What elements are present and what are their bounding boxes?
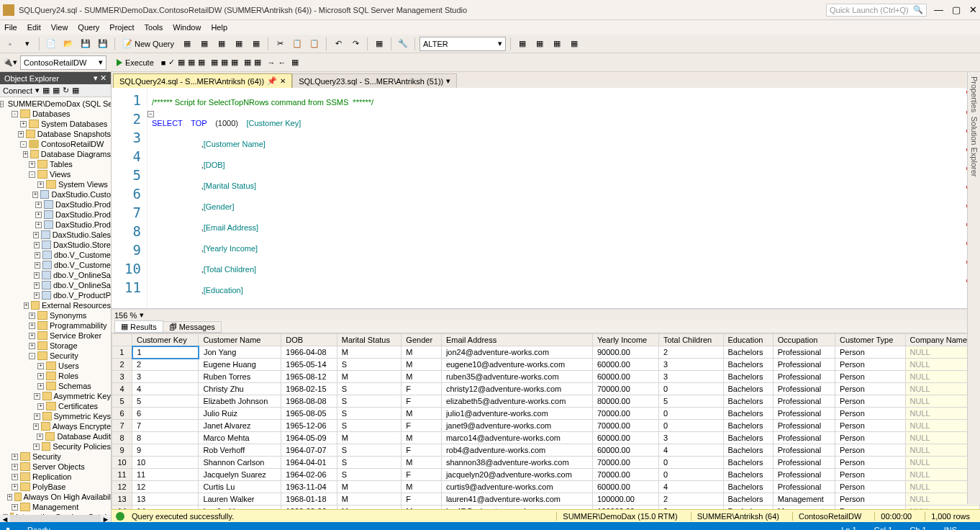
cell[interactable]: M: [401, 371, 442, 383]
cell[interactable]: Management: [773, 506, 835, 510]
expand-icon[interactable]: -: [12, 111, 18, 117]
cell[interactable]: 1968-02-15: [281, 383, 337, 395]
cell[interactable]: Person: [835, 383, 905, 395]
tree-node[interactable]: +Programmability: [0, 320, 111, 331]
cell[interactable]: Person: [835, 432, 905, 444]
cell[interactable]: M: [401, 346, 442, 359]
cell[interactable]: 100000.00: [592, 493, 658, 506]
row-header[interactable]: 14: [112, 506, 132, 510]
expand-icon[interactable]: +: [29, 343, 35, 349]
expand-icon[interactable]: +: [34, 282, 40, 289]
expand-icon[interactable]: +: [34, 413, 40, 420]
cell[interactable]: 11: [132, 469, 199, 481]
cell[interactable]: 70000.00: [592, 457, 658, 469]
cell[interactable]: Person: [835, 371, 905, 383]
cell[interactable]: Bachelors: [723, 481, 773, 493]
menu-help[interactable]: Help: [211, 23, 227, 32]
cell[interactable]: 60000.00: [592, 444, 658, 457]
cell[interactable]: Lauren Walker: [199, 493, 281, 506]
cut-button[interactable]: ✂: [273, 37, 287, 51]
zoom-combo[interactable]: 156 %: [114, 311, 137, 320]
row-header[interactable]: 5: [112, 395, 132, 408]
cell[interactable]: Ruben Torres: [199, 371, 281, 383]
expand-icon[interactable]: -: [29, 353, 35, 359]
cell[interactable]: Professional: [773, 371, 835, 383]
table-row[interactable]: 1212Curtis Lu1963-11-04MMcurtis9@adventu…: [112, 481, 980, 493]
cell[interactable]: M: [401, 481, 442, 493]
expand-icon[interactable]: +: [37, 373, 44, 379]
open-button[interactable]: 📂: [61, 37, 76, 51]
cell[interactable]: 0: [658, 383, 723, 395]
cell[interactable]: M: [401, 457, 442, 469]
expand-icon[interactable]: +: [12, 474, 18, 480]
cell[interactable]: Curtis Lu: [199, 481, 281, 493]
cell[interactable]: S: [337, 383, 401, 395]
tree-node[interactable]: +dbo.V_ProductP: [0, 290, 111, 300]
cell[interactable]: 9: [132, 444, 199, 457]
cell[interactable]: Rob Verhoff: [199, 444, 281, 457]
cell[interactable]: Person: [835, 457, 905, 469]
row-header[interactable]: 2: [112, 359, 132, 371]
fwd-button[interactable]: ▾: [20, 37, 35, 51]
cell[interactable]: 80000.00: [592, 395, 658, 408]
cell[interactable]: Professional: [773, 432, 835, 444]
cell[interactable]: Person: [835, 346, 905, 359]
cell[interactable]: Jacquelyn Suarez: [199, 469, 281, 481]
cell[interactable]: Professional: [773, 444, 835, 457]
indent-button[interactable]: →: [267, 58, 275, 67]
expand-icon[interactable]: +: [18, 131, 24, 138]
oe-tb-2[interactable]: ▦: [53, 86, 60, 95]
table-row[interactable]: 44Christy Zhu1968-02-15SFchristy12@adven…: [112, 383, 980, 395]
cell[interactable]: 3: [132, 371, 199, 383]
tree-node[interactable]: +Always On High Availabil: [0, 492, 111, 502]
cell[interactable]: rob4@adventure-works.com: [441, 444, 592, 457]
side-panels[interactable]: Properties Solution Explorer: [967, 72, 980, 504]
cell[interactable]: 3: [658, 371, 723, 383]
tree-node[interactable]: +DaxStudio.Prod: [0, 199, 111, 210]
undo-button[interactable]: ↶: [331, 37, 345, 51]
expand-icon[interactable]: +: [35, 262, 40, 269]
tb-4[interactable]: ▦: [232, 37, 246, 51]
col-header[interactable]: Total Children: [658, 334, 723, 346]
cell[interactable]: 1965-08-05: [281, 408, 337, 420]
table-row[interactable]: 1111Jacquelyn Suarez1964-02-06SFjacquely…: [112, 469, 980, 481]
paste-button[interactable]: 📋: [307, 37, 322, 51]
expand-icon[interactable]: +: [37, 181, 44, 188]
tree-node[interactable]: +Server Objects: [0, 462, 111, 472]
expand-icon[interactable]: +: [34, 292, 40, 299]
table-row[interactable]: 99Rob Verhoff1964-07-07SFrob4@adventure-…: [112, 444, 980, 457]
cell[interactable]: 100000.00: [592, 506, 658, 510]
alter-combo[interactable]: ALTER▾: [419, 37, 506, 51]
cell[interactable]: 1964-04-01: [281, 457, 337, 469]
cell[interactable]: 13: [132, 493, 199, 506]
cell[interactable]: M: [337, 346, 401, 359]
expand-icon[interactable]: +: [23, 151, 29, 158]
database-combo[interactable]: ContosoRetailDW▾: [20, 55, 106, 70]
cell[interactable]: 2: [658, 506, 723, 510]
cell[interactable]: 70000.00: [592, 420, 658, 432]
cell[interactable]: S: [337, 408, 401, 420]
cell[interactable]: 2: [132, 359, 199, 371]
cell[interactable]: M: [337, 481, 401, 493]
save-all-button[interactable]: 💾: [96, 37, 110, 51]
cell[interactable]: F: [401, 444, 442, 457]
cell[interactable]: Professional: [773, 408, 835, 420]
cell[interactable]: Person: [835, 408, 905, 420]
tree-node[interactable]: +Management: [0, 502, 111, 512]
row-header[interactable]: 8: [112, 432, 132, 444]
cell[interactable]: M: [337, 506, 401, 510]
cell[interactable]: Person: [835, 493, 905, 506]
col-header[interactable]: Customer Key: [132, 334, 199, 346]
cell[interactable]: M: [401, 408, 442, 420]
cell[interactable]: Bachelors: [723, 383, 773, 395]
cell[interactable]: 1966-04-08: [281, 346, 337, 359]
col-header[interactable]: Education: [723, 334, 773, 346]
cell[interactable]: S: [337, 457, 401, 469]
menu-tools[interactable]: Tools: [145, 23, 163, 32]
tree-hscroll[interactable]: ◄►: [0, 515, 111, 522]
cell[interactable]: eugene10@adventure-works.com: [441, 359, 592, 371]
col-header[interactable]: Customer Type: [835, 334, 905, 346]
qt-4[interactable]: ▦: [211, 58, 218, 67]
save-button[interactable]: 💾: [78, 37, 93, 51]
tree-node[interactable]: +System Views: [0, 179, 111, 189]
